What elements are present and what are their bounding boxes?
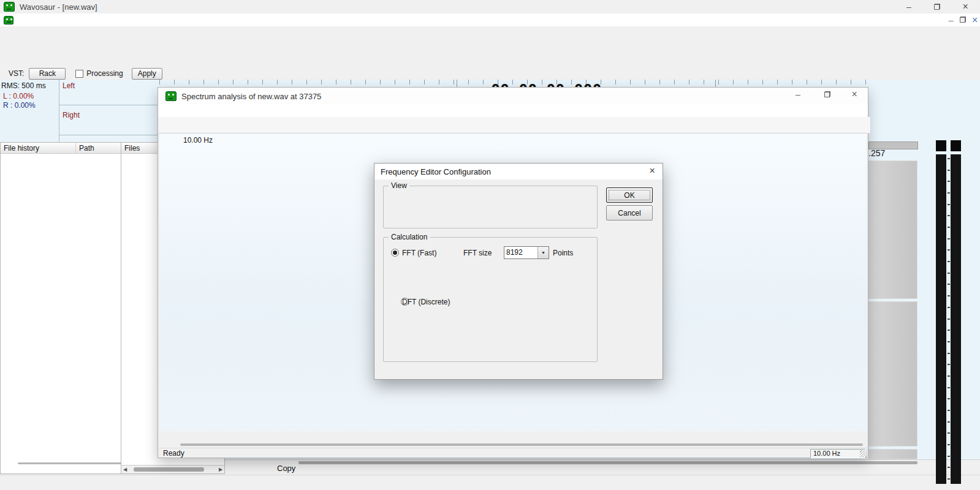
spectrum-minimize-button[interactable] (788, 88, 808, 101)
spectrum-window-title: Spectrum analysis of new.wav at 37375 (181, 92, 321, 101)
meter-clip-right (951, 140, 961, 151)
left-channel-label: Left (63, 81, 75, 90)
files-hscrollbar[interactable]: ◀ ▶ (121, 465, 224, 473)
fft-size-label: FFT size (463, 249, 492, 257)
rms-title: RMS: 500 ms (0, 80, 59, 90)
spectrum-statusbar: Ready 10.00 Hz (158, 448, 868, 458)
wave-empty-region (868, 449, 917, 459)
menubar (0, 13, 980, 27)
scroll-right-icon[interactable]: ▶ (217, 467, 224, 472)
app-icon (4, 2, 15, 12)
spectrum-menubar (158, 105, 868, 118)
frequency-readout: 10.00 Hz (810, 449, 865, 458)
wave-hscrollbar[interactable] (298, 461, 917, 464)
dft-radio-label: DFT (Discrete) (402, 298, 450, 306)
vst-apply-button[interactable]: Apply (132, 68, 162, 80)
level-meter-left (936, 154, 946, 484)
vst-label: VST: (9, 69, 24, 78)
rms-panel: RMS: 500 ms L : 0.00% R : 0.00% (0, 80, 59, 142)
resize-grip[interactable] (860, 450, 867, 458)
spectrum-maximize-button[interactable] (818, 88, 837, 101)
mdi-close-button[interactable] (972, 15, 978, 26)
history-hscrollbar[interactable] (18, 462, 122, 464)
clipboard-status: Copy (277, 464, 295, 473)
scroll-left-icon[interactable]: ◀ (121, 467, 129, 472)
fft-size-value: 8192 (504, 247, 537, 258)
level-meter-right (951, 154, 961, 484)
vst-rack-button[interactable]: Rack (29, 68, 66, 80)
meter-clip-left (936, 140, 946, 151)
file-history-panel: File history Path (0, 142, 122, 474)
calculation-group-label: Calculation (389, 233, 430, 241)
meter-ticks (948, 158, 950, 483)
fft-radio-label: FFT (Fast) (402, 249, 436, 257)
ok-button[interactable]: OK (606, 187, 653, 203)
spectrum-titlebar: Spectrum analysis of new.wav at 37375 (158, 88, 868, 105)
frequency-axis (159, 431, 867, 439)
chevron-down-icon[interactable] (537, 247, 549, 258)
transport-toolbar (0, 47, 980, 68)
spectrum-hscrollbar[interactable] (159, 442, 867, 448)
window-title: Wavosaur - [new.wav] (20, 2, 97, 12)
fft-radio[interactable] (391, 249, 399, 257)
vst-bar: VST: Rack Processing Apply (0, 67, 980, 80)
cancel-button[interactable]: Cancel (606, 205, 653, 221)
mdi-minimize-button[interactable] (949, 15, 954, 25)
file-history-header[interactable]: File history (1, 143, 76, 153)
view-group: View (383, 186, 598, 228)
view-group-label: View (389, 181, 409, 190)
zoom-toolbar (0, 475, 980, 490)
rms-left-value: L : 0.00% (0, 90, 59, 100)
wave-empty-region (868, 160, 917, 299)
main-toolbar (0, 26, 980, 47)
fft-size-unit: Points (553, 249, 573, 257)
dialog-titlebar: Frequency Editor Configuration (374, 164, 663, 179)
calculation-group: Calculation FFT (Fast) FFT size 8192 Poi… (383, 237, 598, 362)
wavosaur-app: Wavosaur - [new.wav] VST: Rack Processin… (0, 0, 980, 490)
dialog-title: Frequency Editor Configuration (381, 167, 491, 176)
spectrum-window-icon (165, 91, 177, 101)
right-channel-label: Right (63, 111, 80, 119)
minimize-button[interactable] (895, 0, 923, 13)
frequency-editor-dialog: Frequency Editor Configuration View OK C… (374, 163, 663, 380)
spectrum-status-text: Ready (163, 449, 184, 458)
document-icon (4, 16, 13, 24)
ruler-value-label: .257 (868, 148, 885, 158)
window-titlebar: Wavosaur - [new.wav] (0, 0, 980, 13)
mdi-restore-button[interactable] (960, 16, 966, 24)
path-header[interactable]: Path (76, 143, 121, 153)
cursor-frequency-label: 10.00 Hz (183, 136, 213, 145)
fft-size-select[interactable]: 8192 (504, 246, 549, 259)
wave-empty-region (868, 301, 917, 447)
spectrum-toolbar (158, 117, 870, 134)
dialog-close-icon[interactable] (643, 164, 661, 178)
spectrum-close-button[interactable] (845, 88, 864, 101)
processing-checkbox[interactable] (75, 70, 83, 78)
rms-right-value: R : 0.00% (0, 100, 59, 110)
close-button[interactable] (951, 0, 979, 13)
processing-label: Processing (86, 69, 123, 78)
restore-button[interactable] (923, 0, 951, 13)
